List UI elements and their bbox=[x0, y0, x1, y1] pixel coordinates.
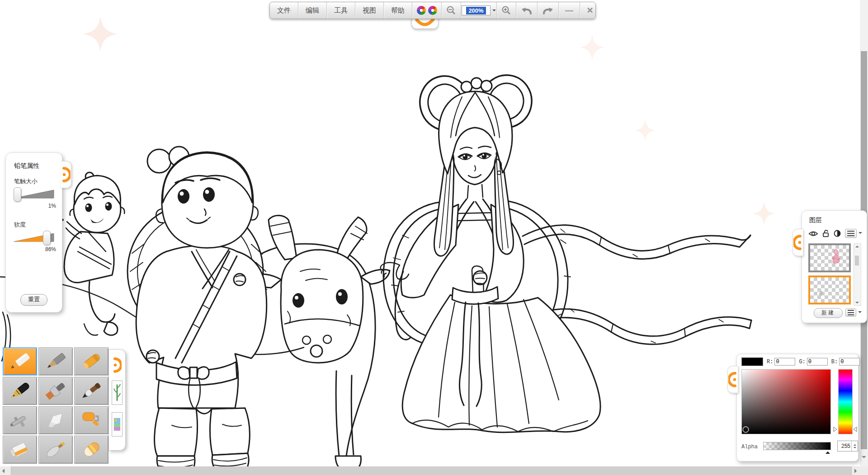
red-label: R: bbox=[767, 359, 773, 365]
softness-slider[interactable] bbox=[13, 231, 55, 245]
tool-airbrush[interactable] bbox=[3, 406, 37, 434]
minimize-button[interactable]: — bbox=[559, 2, 580, 19]
palette-knife-icon bbox=[42, 439, 69, 460]
crayon-icon bbox=[78, 351, 104, 372]
softness-value: 86% bbox=[13, 246, 56, 252]
close-button[interactable]: ✕ bbox=[580, 2, 600, 19]
layer-visibility-icon[interactable] bbox=[808, 230, 818, 237]
zoom-level-field[interactable]: 200% bbox=[462, 5, 491, 15]
airbrush-icon bbox=[7, 410, 33, 431]
saturation-value-picker[interactable] bbox=[741, 369, 831, 434]
tool-palette-knife[interactable] bbox=[38, 436, 73, 464]
layer-menu-caret-icon[interactable] bbox=[859, 232, 862, 236]
fountain-pen-icon bbox=[7, 380, 33, 401]
menu-edit[interactable]: 编辑 bbox=[298, 2, 327, 19]
color-picker-panel: R: G: B: Alpha 255 bbox=[736, 354, 859, 461]
color-panel-handle[interactable] bbox=[727, 366, 738, 393]
tool-paint-tube[interactable] bbox=[3, 436, 37, 464]
sv-cursor[interactable] bbox=[743, 427, 749, 432]
palette-handle-icon[interactable] bbox=[113, 357, 122, 373]
layer-options-caret-icon[interactable] bbox=[858, 311, 862, 315]
pencil-properties-panel: 铅笔属性 笔触大小 1% 软度 86% 重置 bbox=[5, 152, 62, 313]
zoom-in-button[interactable] bbox=[497, 2, 516, 19]
blue-input[interactable] bbox=[839, 358, 860, 366]
new-layer-button[interactable]: 新建 bbox=[814, 308, 843, 318]
scroll-right-icon[interactable] bbox=[854, 469, 857, 473]
hue-marker-right-icon[interactable] bbox=[853, 427, 857, 432]
reset-button[interactable]: 重置 bbox=[20, 294, 47, 306]
horizontal-scrollbar[interactable] bbox=[0, 466, 868, 475]
bamboo-stamp-button[interactable] bbox=[112, 380, 123, 405]
app-window: 文件 编辑 工具 视图 帮助 200% — ✕ bbox=[0, 0, 868, 475]
picture-icon bbox=[113, 414, 121, 434]
tool-paint-roller[interactable] bbox=[74, 406, 108, 434]
layer-opacity-icon[interactable] bbox=[834, 230, 841, 237]
tool-chalk[interactable] bbox=[38, 406, 73, 434]
alpha-down-icon[interactable] bbox=[854, 447, 856, 448]
brush-size-slider[interactable] bbox=[13, 187, 55, 202]
child-drawing bbox=[59, 172, 124, 335]
layer-menu-button[interactable] bbox=[845, 229, 857, 238]
tool-flat-brush[interactable] bbox=[38, 377, 73, 405]
flat-brush-icon bbox=[42, 380, 69, 401]
hue-slider[interactable] bbox=[838, 369, 853, 434]
layer-1-content bbox=[830, 249, 842, 265]
menu-file[interactable]: 文件 bbox=[270, 2, 298, 19]
redo-button[interactable] bbox=[538, 2, 559, 19]
tool-crayon[interactable] bbox=[74, 347, 108, 375]
layer-scroll-thumb[interactable] bbox=[855, 256, 859, 266]
alpha-up-icon[interactable] bbox=[854, 444, 856, 446]
tool-fountain-pen[interactable] bbox=[3, 377, 37, 405]
hue-marker-left-icon[interactable] bbox=[833, 427, 837, 432]
tool-pencil[interactable] bbox=[3, 347, 37, 375]
layer-scroll-down-icon[interactable] bbox=[855, 302, 859, 304]
undo-button[interactable] bbox=[516, 2, 538, 19]
pencil-panel-title: 铅笔属性 bbox=[14, 162, 62, 170]
tool-palette bbox=[3, 347, 108, 464]
cowherd-drawing bbox=[136, 147, 267, 470]
layer-item-1[interactable] bbox=[808, 243, 851, 272]
alpha-marker-icon[interactable] bbox=[826, 449, 830, 454]
scroll-down-icon[interactable] bbox=[862, 456, 866, 458]
green-input[interactable] bbox=[807, 358, 828, 366]
zoom-dropdown-icon[interactable] bbox=[492, 10, 496, 13]
red-input[interactable] bbox=[774, 358, 795, 366]
orange-crescent-icon bbox=[728, 371, 737, 388]
horizontal-scrollbar-thumb[interactable] bbox=[11, 466, 852, 475]
menu-tools[interactable]: 工具 bbox=[327, 2, 355, 19]
alpha-slider[interactable] bbox=[763, 442, 831, 450]
green-label: G: bbox=[799, 359, 805, 365]
layer-2-content bbox=[817, 289, 825, 297]
menu-help[interactable]: 帮助 bbox=[384, 2, 412, 19]
undo-icon bbox=[521, 5, 533, 16]
layer-lock-icon[interactable] bbox=[822, 229, 830, 238]
tool-eraser[interactable] bbox=[74, 436, 108, 464]
layer-item-2[interactable] bbox=[808, 276, 851, 304]
redo-icon bbox=[542, 5, 554, 16]
brush-size-handle[interactable] bbox=[14, 187, 21, 202]
blue-label: B: bbox=[831, 359, 838, 365]
layers-panel: 图层 bbox=[802, 210, 867, 323]
layer-options-button[interactable] bbox=[845, 309, 856, 317]
palette-side-tab bbox=[108, 349, 126, 451]
softness-handle[interactable] bbox=[43, 231, 51, 245]
picture-stamp-button[interactable] bbox=[112, 412, 123, 437]
zoom-level-cell: 200% bbox=[461, 2, 497, 19]
layers-panel-handle[interactable] bbox=[793, 229, 803, 256]
tool-ink-brush[interactable] bbox=[74, 377, 108, 405]
scroll-left-icon[interactable] bbox=[2, 469, 5, 473]
pencil-icon bbox=[7, 351, 33, 372]
zoom-out-button[interactable] bbox=[442, 2, 461, 19]
layer-list bbox=[808, 243, 851, 308]
ink-brush-icon bbox=[78, 380, 104, 401]
alpha-value: 255 bbox=[838, 443, 851, 449]
pencil-panel-handle[interactable] bbox=[61, 161, 71, 188]
zoom-in-icon bbox=[501, 5, 511, 15]
main-toolbar: 文件 编辑 工具 视图 帮助 200% — ✕ bbox=[269, 2, 596, 19]
current-color-swatch bbox=[741, 357, 763, 366]
layer-scroll-up-icon[interactable] bbox=[855, 246, 859, 247]
layer-list-scrollbar[interactable] bbox=[854, 243, 861, 306]
tool-charcoal-pencil[interactable] bbox=[38, 347, 73, 375]
menu-view[interactable]: 视图 bbox=[355, 2, 384, 19]
clown-home-button[interactable] bbox=[412, 2, 442, 19]
